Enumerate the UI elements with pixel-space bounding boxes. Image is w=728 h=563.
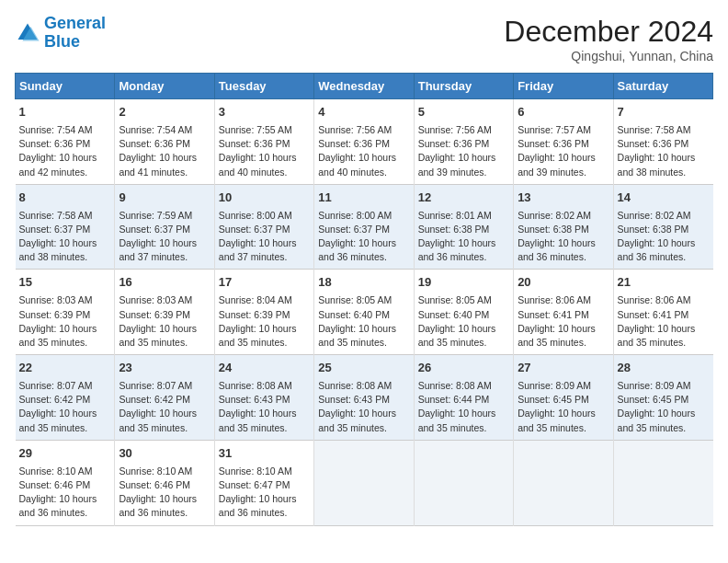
header-sunday: Sunday [16,74,115,99]
sunrise-text: Sunrise: 7:56 AM [318,124,392,135]
calendar-cell: 8Sunrise: 7:58 AMSunset: 6:37 PMDaylight… [16,184,115,270]
calendar-header-row: SundayMondayTuesdayWednesdayThursdayFrid… [16,74,713,99]
header-monday: Monday [115,74,214,99]
daylight-text: Daylight: 10 hours and 35 minutes. [418,323,496,348]
logo-icon [15,20,40,46]
sunset-text: Sunset: 6:36 PM [618,138,689,149]
day-number: 9 [119,190,210,207]
header-tuesday: Tuesday [214,74,313,99]
daylight-text: Daylight: 10 hours and 35 minutes. [119,408,197,432]
sunset-text: Sunset: 6:41 PM [518,309,589,320]
sunrise-text: Sunrise: 8:08 AM [318,380,392,391]
sunrise-text: Sunrise: 8:08 AM [219,380,292,391]
week-row-4: 22Sunrise: 8:07 AMSunset: 6:42 PMDayligh… [16,355,713,441]
sunrise-text: Sunrise: 8:06 AM [518,294,591,305]
calendar-cell: 29Sunrise: 8:10 AMSunset: 6:46 PMDayligh… [16,440,115,525]
day-number: 12 [418,190,509,207]
day-number: 2 [119,104,210,121]
month-title: December 2024 [504,15,713,49]
daylight-text: Daylight: 10 hours and 40 minutes. [318,152,396,177]
calendar-cell [414,440,513,525]
week-row-3: 15Sunrise: 8:03 AMSunset: 6:39 PMDayligh… [16,270,713,355]
calendar-cell: 20Sunrise: 8:06 AMSunset: 6:41 PMDayligh… [514,270,613,355]
sunrise-text: Sunrise: 7:57 AM [518,124,591,135]
calendar-table: SundayMondayTuesdayWednesdayThursdayFrid… [15,73,713,526]
daylight-text: Daylight: 10 hours and 41 minutes. [119,152,197,177]
day-number: 7 [618,104,710,121]
week-row-5: 29Sunrise: 8:10 AMSunset: 6:46 PMDayligh… [16,440,713,525]
sunrise-text: Sunrise: 8:02 AM [518,210,591,221]
day-number: 4 [318,104,409,121]
sunset-text: Sunset: 6:40 PM [418,309,490,320]
calendar-cell: 14Sunrise: 8:02 AMSunset: 6:38 PMDayligh… [613,184,712,270]
daylight-text: Daylight: 10 hours and 35 minutes. [219,408,297,432]
daylight-text: Daylight: 10 hours and 35 minutes. [318,323,396,348]
daylight-text: Daylight: 10 hours and 35 minutes. [618,323,696,348]
sunset-text: Sunset: 6:44 PM [418,394,490,405]
calendar-cell [613,440,712,525]
day-number: 15 [19,274,111,292]
calendar-cell: 4Sunrise: 7:56 AMSunset: 6:36 PMDaylight… [314,99,414,185]
sunrise-text: Sunrise: 7:56 AM [418,124,492,135]
day-number: 20 [518,274,609,292]
sunset-text: Sunset: 6:36 PM [418,138,490,149]
header-wednesday: Wednesday [314,74,414,99]
day-number: 29 [19,445,111,463]
title-block: December 2024 Qingshui, Yunnan, China [504,15,713,63]
day-number: 10 [219,190,310,207]
day-number: 24 [219,360,310,377]
calendar-cell: 30Sunrise: 8:10 AMSunset: 6:46 PMDayligh… [115,440,214,525]
daylight-text: Daylight: 10 hours and 36 minutes. [418,237,496,262]
day-number: 30 [119,445,210,463]
daylight-text: Daylight: 10 hours and 35 minutes. [219,323,297,348]
sunrise-text: Sunrise: 8:10 AM [119,465,192,477]
sunset-text: Sunset: 6:46 PM [119,479,190,490]
daylight-text: Daylight: 10 hours and 36 minutes. [19,493,97,518]
sunrise-text: Sunrise: 7:59 AM [119,210,192,221]
calendar-cell: 31Sunrise: 8:10 AMSunset: 6:47 PMDayligh… [214,440,313,525]
calendar-cell: 19Sunrise: 8:05 AMSunset: 6:40 PMDayligh… [414,270,513,355]
daylight-text: Daylight: 10 hours and 36 minutes. [518,237,596,262]
daylight-text: Daylight: 10 hours and 39 minutes. [418,152,496,177]
calendar-cell: 24Sunrise: 8:08 AMSunset: 6:43 PMDayligh… [214,355,313,441]
sunset-text: Sunset: 6:37 PM [119,224,190,235]
day-number: 14 [618,190,710,207]
daylight-text: Daylight: 10 hours and 40 minutes. [219,152,297,177]
calendar-cell [314,440,414,525]
daylight-text: Daylight: 10 hours and 35 minutes. [618,408,696,432]
day-number: 6 [518,104,609,121]
sunset-text: Sunset: 6:38 PM [618,224,689,235]
sunset-text: Sunset: 6:43 PM [219,394,290,405]
sunset-text: Sunset: 6:42 PM [19,394,91,405]
logo-text: General Blue [44,15,106,52]
calendar-cell: 2Sunrise: 7:54 AMSunset: 6:36 PMDaylight… [115,99,214,185]
week-row-2: 8Sunrise: 7:58 AMSunset: 6:37 PMDaylight… [16,184,713,270]
calendar-cell: 3Sunrise: 7:55 AMSunset: 6:36 PMDaylight… [214,99,313,185]
day-number: 27 [518,360,609,377]
daylight-text: Daylight: 10 hours and 37 minutes. [119,237,197,262]
sunrise-text: Sunrise: 8:03 AM [119,294,192,305]
calendar-cell: 22Sunrise: 8:07 AMSunset: 6:42 PMDayligh… [16,355,115,441]
sunrise-text: Sunrise: 7:54 AM [19,124,93,135]
calendar-cell: 12Sunrise: 8:01 AMSunset: 6:38 PMDayligh… [414,184,513,270]
sunrise-text: Sunrise: 8:10 AM [219,465,292,477]
header-thursday: Thursday [414,74,513,99]
location-subtitle: Qingshui, Yunnan, China [504,49,713,63]
sunrise-text: Sunrise: 8:10 AM [19,465,93,477]
day-number: 22 [19,360,111,377]
sunset-text: Sunset: 6:43 PM [318,394,390,405]
sunrise-text: Sunrise: 8:00 AM [219,210,292,221]
day-number: 16 [119,274,210,292]
sunrise-text: Sunrise: 8:07 AM [119,380,192,391]
daylight-text: Daylight: 10 hours and 38 minutes. [19,237,97,262]
sunrise-text: Sunrise: 8:09 AM [618,380,691,391]
sunrise-text: Sunrise: 8:09 AM [518,380,591,391]
sunset-text: Sunset: 6:42 PM [119,394,190,405]
sunset-text: Sunset: 6:47 PM [219,479,290,490]
sunrise-text: Sunrise: 8:01 AM [418,210,492,221]
header-saturday: Saturday [613,74,712,99]
sunset-text: Sunset: 6:40 PM [318,309,390,320]
sunset-text: Sunset: 6:36 PM [518,138,589,149]
week-row-1: 1Sunrise: 7:54 AMSunset: 6:36 PMDaylight… [16,99,713,185]
calendar-cell [514,440,613,525]
